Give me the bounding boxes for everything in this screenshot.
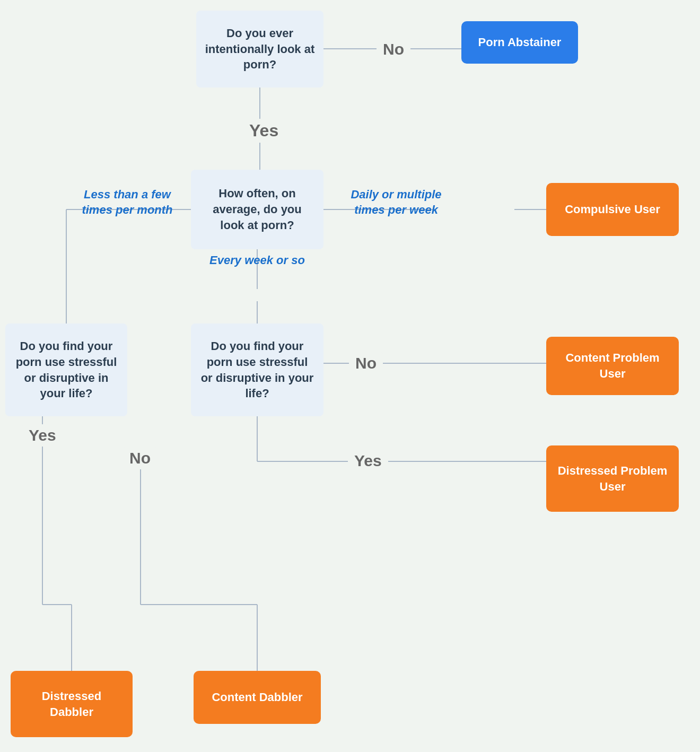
less-than-few-text: Less than a fewtimes per month [82, 188, 172, 216]
compulsive-user-text: Compulsive User [565, 202, 660, 217]
distressed-dabbler-text: Distressed Dabbler [19, 688, 124, 720]
question-3-right-box: Do you find your porn use stressful or d… [191, 323, 323, 416]
no-label-q3-right: No [349, 352, 383, 374]
question-3-right-text: Do you find your porn use stressful or d… [199, 338, 315, 401]
yes-label-q3-left: Yes [22, 424, 63, 447]
no-label-q3-left: No [123, 447, 157, 469]
content-dabbler-box: Content Dabbler [194, 671, 321, 724]
distressed-problem-user-text: Distressed Problem User [555, 463, 670, 494]
question-2-text: How often, on average, do you look at po… [199, 186, 315, 233]
less-than-few-label: Less than a fewtimes per month [69, 187, 186, 217]
daily-or-multiple-label: Daily or multipletimes per week [330, 187, 462, 217]
distressed-problem-user-box: Distressed Problem User [546, 445, 679, 512]
yes-label-q1: Yes [242, 119, 286, 143]
content-problem-user-box: Content Problem User [546, 337, 679, 395]
question-1-text: Do you ever intentionally look at porn? [205, 25, 315, 73]
every-week-label: Every week or so [202, 253, 313, 267]
question-3-left-text: Do you find your porn use stressful or d… [14, 338, 119, 401]
porn-abstainer-text: Porn Abstainer [478, 34, 562, 50]
question-2-box: How often, on average, do you look at po… [191, 170, 323, 249]
every-week-text: Every week or so [209, 253, 305, 267]
daily-or-multiple-text: Daily or multipletimes per week [351, 188, 441, 216]
content-dabbler-text: Content Dabbler [212, 689, 302, 705]
question-1-box: Do you ever intentionally look at porn? [196, 11, 323, 88]
porn-abstainer-box: Porn Abstainer [461, 21, 578, 64]
content-problem-user-text: Content Problem User [555, 350, 670, 381]
compulsive-user-box: Compulsive User [546, 183, 679, 236]
yes-label-q3-right: Yes [348, 450, 388, 472]
distressed-dabbler-box: Distressed Dabbler [11, 671, 133, 737]
no-label-q1: No [377, 38, 410, 60]
question-3-left-box: Do you find your porn use stressful or d… [5, 323, 127, 416]
flowchart: Do you ever intentionally look at porn? … [0, 0, 700, 752]
